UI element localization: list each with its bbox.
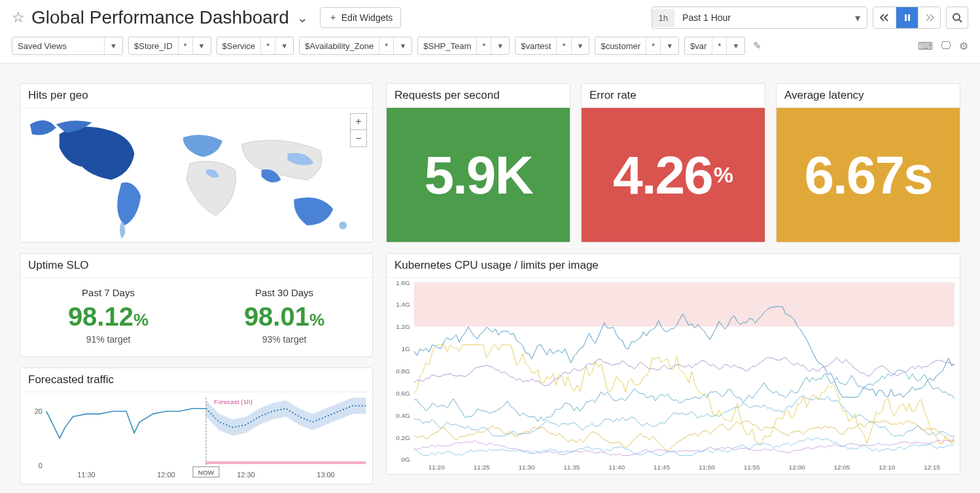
svg-text:11:40: 11:40 — [608, 464, 625, 471]
filter-name: $SHP_Team — [418, 37, 476, 54]
time-range-label: Past 1 Hour — [674, 12, 849, 23]
k8s-chart[interactable]: 0G0.2G0.4G0.6G0.8G1G1.2G1.4G1.6G11:2011:… — [387, 278, 960, 474]
map-zoom-out-button[interactable]: − — [350, 130, 367, 147]
time-pause-button[interactable] — [896, 7, 918, 28]
time-range-picker[interactable]: 1h Past 1 Hour ▾ — [652, 7, 867, 29]
chevron-down-icon: ▼ — [660, 37, 678, 54]
saved-views-dropdown[interactable]: Saved Views ▼ — [12, 37, 123, 55]
svg-text:0.2G: 0.2G — [396, 434, 410, 441]
svg-text:0: 0 — [39, 462, 43, 469]
filter-customer[interactable]: $customer * ▼ — [595, 37, 679, 55]
widget-title: Kubernetes CPU usage / limits per image — [387, 254, 960, 278]
time-forward-button[interactable] — [918, 7, 940, 28]
filter-value: * — [379, 37, 393, 54]
svg-text:1.4G: 1.4G — [396, 301, 410, 308]
filter-name: $Store_ID — [129, 37, 178, 54]
svg-rect-16 — [414, 282, 954, 327]
svg-text:1.6G: 1.6G — [396, 279, 410, 286]
filter-service[interactable]: $Service * ▼ — [217, 37, 294, 55]
svg-point-2 — [953, 14, 960, 20]
svg-rect-0 — [905, 14, 907, 21]
filter-availability-zone[interactable]: $Availability_Zone * ▼ — [299, 37, 412, 55]
edit-widgets-label: Edit Widgets — [341, 12, 393, 23]
filter-value: * — [646, 37, 660, 54]
svg-text:NOW: NOW — [198, 469, 215, 476]
svg-text:11:50: 11:50 — [699, 464, 715, 471]
edit-filters-pencil-icon[interactable]: ✎ — [750, 40, 764, 52]
favorite-star-icon[interactable]: ☆ — [12, 9, 25, 26]
slo-30-days: Past 30 Days 98.01% 93% target — [196, 287, 372, 345]
filter-value: * — [178, 37, 192, 54]
pause-icon — [903, 14, 911, 22]
search-zoom-button[interactable] — [946, 7, 968, 29]
widget-forecasted-traffic[interactable]: Forecasted traffic 02011:3012:0012:3013:… — [20, 367, 373, 484]
svg-rect-1 — [908, 14, 910, 21]
forecast-svg: 02011:3012:0012:3013:00NOWForecast (1h) — [20, 392, 372, 484]
fast-forward-icon — [925, 14, 934, 22]
svg-text:11:25: 11:25 — [474, 464, 490, 471]
svg-text:11:55: 11:55 — [744, 464, 760, 471]
filter-var[interactable]: $var * ▼ — [684, 37, 745, 55]
chevron-down-icon: ▼ — [571, 37, 589, 54]
title-dropdown-chevron-icon[interactable]: ⌄ — [297, 10, 308, 26]
svg-text:12:00: 12:00 — [157, 471, 175, 479]
magnifier-icon — [952, 12, 962, 23]
filter-store-id[interactable]: $Store_ID * ▼ — [128, 37, 211, 55]
time-back-button[interactable] — [873, 7, 896, 28]
svg-text:11:30: 11:30 — [77, 471, 95, 479]
widget-avg-latency[interactable]: Average latency 6.67s — [776, 83, 960, 243]
svg-text:0.6G: 0.6G — [396, 390, 410, 397]
widget-k8s-cpu[interactable]: Kubernetes CPU usage / limits per image … — [386, 253, 960, 475]
time-range-badge: 1h — [652, 9, 674, 27]
dashboard-grid: Hits per geo — [0, 63, 980, 491]
metric-value: 6.67 — [804, 144, 903, 206]
metric-body: 4.26% — [582, 108, 765, 242]
slo-7-days: Past 7 Days 98.12% 91% target — [20, 287, 196, 345]
chevron-down-icon: ▼ — [192, 37, 211, 54]
forecast-chart[interactable]: 02011:3012:0012:3013:00NOWForecast (1h) — [20, 392, 372, 484]
svg-text:13:00: 13:00 — [317, 471, 334, 479]
time-range-chevron-icon[interactable]: ▾ — [849, 12, 867, 24]
metric-value: 5.9 — [424, 144, 495, 206]
svg-text:0G: 0G — [402, 456, 410, 463]
metric-body: 6.67s — [777, 108, 960, 242]
svg-text:12:05: 12:05 — [833, 464, 850, 471]
metric-value: 4.26 — [613, 144, 712, 206]
display-icon[interactable]: 🖵 — [941, 40, 951, 52]
map-zoom-in-button[interactable]: + — [350, 113, 367, 130]
svg-text:0.8G: 0.8G — [396, 367, 410, 375]
k8s-svg: 0G0.2G0.4G0.6G0.8G1G1.2G1.4G1.6G11:2011:… — [387, 278, 960, 474]
slo-target: 91% target — [20, 334, 196, 345]
metric-unit: K — [495, 144, 532, 206]
metric-body: 5.9K — [387, 108, 570, 242]
edit-widgets-button[interactable]: ＋ Edit Widgets — [320, 7, 402, 28]
svg-text:Forecast (1h): Forecast (1h) — [214, 398, 253, 405]
filter-value: * — [712, 37, 726, 54]
svg-text:11:45: 11:45 — [654, 464, 670, 471]
gear-icon[interactable]: ⚙ — [959, 40, 968, 52]
widget-hits-geo[interactable]: Hits per geo — [20, 83, 373, 243]
widget-error-rate[interactable]: Error rate 4.26% — [581, 83, 765, 243]
dashboard-title: Global Performance Dashboard — [31, 7, 289, 28]
widget-requests-per-second[interactable]: Requests per second 5.9K — [386, 83, 570, 243]
plus-icon: ＋ — [328, 12, 338, 24]
geo-map[interactable]: + − — [20, 108, 372, 242]
svg-line-3 — [959, 20, 962, 22]
slo-value: 98.12% — [20, 302, 196, 332]
time-nav-controls — [873, 7, 941, 29]
metric-unit: % — [714, 162, 733, 188]
widget-title: Hits per geo — [20, 84, 372, 108]
svg-text:1.2G: 1.2G — [396, 323, 410, 330]
filter-name: $Service — [217, 37, 261, 54]
keyboard-icon[interactable]: ⌨ — [918, 40, 933, 52]
filter-vartest[interactable]: $vartest * ▼ — [515, 37, 589, 55]
chevron-down-icon: ▼ — [726, 37, 744, 54]
widget-title: Forecasted traffic — [20, 368, 372, 392]
slo-value: 98.01% — [196, 302, 372, 332]
filter-shp-team[interactable]: $SHP_Team * ▼ — [417, 37, 510, 55]
filter-name: $customer — [595, 37, 646, 54]
widget-uptime-slo[interactable]: Uptime SLO Past 7 Days 98.12% 91% target… — [20, 253, 373, 357]
slo-label: Past 30 Days — [196, 287, 372, 298]
filter-bar: Saved Views ▼ $Store_ID * ▼ $Service * ▼… — [0, 34, 980, 63]
svg-text:0.4G: 0.4G — [396, 412, 410, 419]
